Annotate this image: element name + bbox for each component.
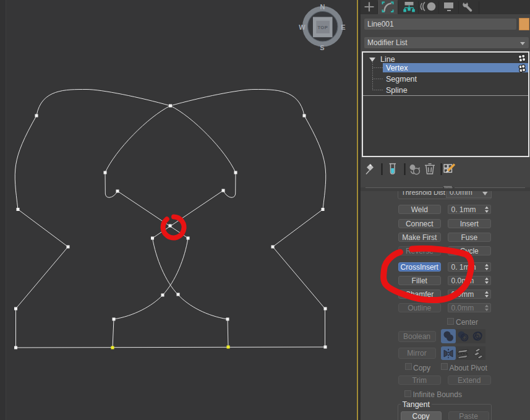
svg-text:TOP: TOP bbox=[317, 25, 328, 30]
svg-text:W: W bbox=[299, 24, 306, 31]
svg-text:N: N bbox=[320, 3, 325, 11]
svg-text:S: S bbox=[320, 44, 324, 51]
svg-text:E: E bbox=[341, 24, 345, 31]
